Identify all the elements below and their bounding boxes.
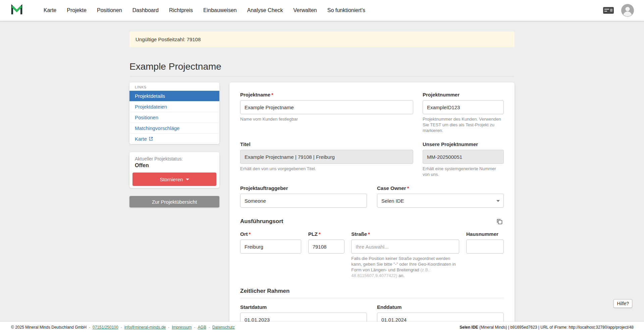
sidebar-item-label: Projektdetails [135, 93, 165, 99]
field-ort: Ort* [240, 231, 301, 278]
projektnummer-input[interactable] [423, 100, 504, 114]
sidebar-item-karte[interactable]: Karte [129, 133, 219, 144]
field-projektauftraggeber: Projektauftraggeber [240, 185, 367, 208]
plz-input[interactable] [308, 240, 344, 254]
project-details-card: Projektname* Name vom Kunden festlegbar … [229, 82, 515, 333]
field-strasse: Straße* Falls die Position keiner Straße… [351, 231, 459, 278]
strasse-label: Straße [351, 231, 367, 237]
footer-agb-link[interactable]: AGB [198, 325, 206, 330]
case-owner-selected-value: Selen IDE [381, 198, 404, 204]
external-link-icon [149, 136, 153, 142]
field-unsere-projektnummer: Unsere Projektnummer Erhält eine systemg… [423, 141, 504, 177]
caret-down-icon [186, 179, 189, 180]
projektnummer-helper: Projektnummer des Kunden. Verwenden Sie … [423, 116, 504, 133]
footer-session-details: (Mineral Minds) | b91695ed7623 | URL of … [478, 325, 634, 330]
project-status-value: Offen [132, 162, 216, 169]
caret-down-icon [496, 200, 500, 202]
hausnummer-label: Hausnummer [466, 231, 498, 237]
sidebar-item-projektdateien[interactable]: Projektdateien [129, 101, 219, 112]
case-owner-select[interactable]: Selen IDE [377, 194, 504, 208]
user-avatar-icon[interactable] [621, 4, 634, 17]
projektname-input[interactable] [240, 100, 413, 114]
case-owner-label: Case Owner [377, 185, 406, 191]
strasse-helper: Falls die Position keiner Straße zugeord… [351, 256, 459, 278]
card-terminal-icon[interactable] [602, 6, 614, 15]
required-marker: * [319, 231, 321, 237]
sidebar-item-matchingvorschlaege[interactable]: Matchingvorschläge [129, 123, 219, 133]
footer-copyright: © 2025 Mineral Minds Deutschland GmbH [11, 325, 87, 330]
startdatum-label: Startdatum [240, 304, 267, 310]
alert-banner: Ungültige Postleitzahl: 79108 [129, 31, 515, 47]
projektname-helper: Name vom Kunden festlegbar [240, 116, 413, 122]
zeitlicher-rahmen-heading: Zeitlicher Rahmen [240, 288, 504, 294]
links-card-header: LINKS [129, 82, 219, 91]
field-plz: PLZ* [308, 231, 344, 278]
footer-user-name: Selen IDE [460, 325, 478, 330]
titel-label: Titel [240, 141, 251, 147]
field-titel: Titel Erhält den von uns vorgegebenen Ti… [240, 141, 413, 177]
alert-text: Ungültige Postleitzahl: 79108 [136, 37, 201, 42]
hausnummer-input[interactable] [466, 240, 504, 254]
stornieren-button-label: Stornieren [160, 177, 183, 182]
strasse-input[interactable] [351, 240, 459, 254]
field-projektnummer: Projektnummer Projektnummer des Kunden. … [423, 92, 504, 133]
page-title: Example Projectname [129, 61, 515, 72]
nav-item-karte[interactable]: Karte [43, 5, 57, 15]
required-marker: * [271, 92, 273, 97]
sidebar-item-label: Matchingvorschläge [135, 125, 179, 131]
footer-left: © 2025 Mineral Minds Deutschland GmbH 07… [11, 325, 235, 330]
footer-session-info: Selen IDE (Mineral Minds) | b91695ed7623… [460, 325, 634, 330]
links-card: LINKS Projektdetails Projektdateien Posi… [129, 82, 219, 144]
logo-icon [10, 3, 23, 18]
nav-item-dashboard[interactable]: Dashboard [132, 5, 159, 15]
zur-projektuebersicht-button[interactable]: Zur Projektübersicht [129, 196, 219, 207]
footer-phone-link[interactable]: 07151/250100 [93, 325, 118, 330]
project-status-card: Aktueller Projektstatus: Offen Storniere… [129, 152, 219, 188]
sidebar-item-projektdetails[interactable]: Projektdetails [129, 91, 219, 101]
projektnummer-label: Projektnummer [423, 92, 460, 97]
sidebar-item-label: Positionen [135, 114, 158, 121]
sidebar-item-label: Projektdateien [135, 104, 167, 110]
stornieren-button[interactable]: Stornieren [132, 173, 216, 186]
nav-item-positionen[interactable]: Positionen [96, 5, 123, 15]
footer-impressum-link[interactable]: Impressum [172, 325, 192, 330]
required-marker: * [368, 231, 370, 237]
title-divider [129, 76, 515, 76]
projektauftraggeber-label: Projektauftraggeber [240, 185, 288, 191]
footer-email-link[interactable]: info@mineral-minds.de [124, 325, 166, 330]
copy-icon[interactable] [495, 217, 504, 226]
help-button[interactable]: Hilfe? [613, 299, 632, 308]
nav-item-projekte[interactable]: Projekte [66, 5, 87, 15]
projektauftraggeber-input[interactable] [240, 194, 367, 208]
unsere-projektnummer-input [423, 150, 504, 164]
nav-item-einbauweisen[interactable]: Einbauweisen [203, 5, 237, 15]
sidebar-item-positionen[interactable]: Positionen [129, 112, 219, 123]
main-navigation: Karte Projekte Positionen Dashboard Rich… [43, 5, 366, 15]
top-navbar: Karte Projekte Positionen Dashboard Rich… [0, 0, 644, 21]
titel-helper: Erhält den von uns vorgegebenen Titel. [240, 166, 413, 172]
footer-datenschutz-link[interactable]: Datenschutz [212, 325, 235, 330]
sidebar-item-label: Karte [135, 136, 147, 142]
plz-label: PLZ [308, 231, 318, 237]
footer: © 2025 Mineral Minds Deutschland GmbH 07… [0, 322, 644, 333]
ort-input[interactable] [240, 240, 301, 254]
field-projektname: Projektname* Name vom Kunden festlegbar [240, 92, 413, 133]
section-divider [240, 298, 504, 298]
nav-item-richtpreis[interactable]: Richtpreis [168, 5, 194, 15]
unsere-projektnummer-label: Unsere Projektnummer [423, 141, 478, 147]
field-case-owner: Case Owner* Selen IDE [377, 185, 504, 208]
nav-item-so-funktionierts[interactable]: So funktioniert's [327, 5, 366, 15]
project-status-label: Aktueller Projektstatus: [132, 156, 216, 161]
mineral-minds-logo[interactable] [10, 3, 23, 18]
sidebar: LINKS Projektdetails Projektdateien Posi… [129, 82, 219, 207]
nav-item-analyse-check[interactable]: Analyse Check [247, 5, 284, 15]
ausfuehrungsort-heading: Ausführungsort [240, 218, 283, 225]
navbar-right [602, 4, 634, 17]
required-marker: * [407, 185, 409, 191]
unsere-projektnummer-helper: Erhält eine systemgenerierte Nummer von … [423, 166, 504, 177]
titel-input [240, 150, 413, 164]
nav-item-verwalten[interactable]: Verwalten [292, 5, 317, 15]
enddatum-label: Enddatum [377, 304, 401, 310]
required-marker: * [249, 231, 251, 237]
projektname-label: Projektname [240, 92, 270, 97]
